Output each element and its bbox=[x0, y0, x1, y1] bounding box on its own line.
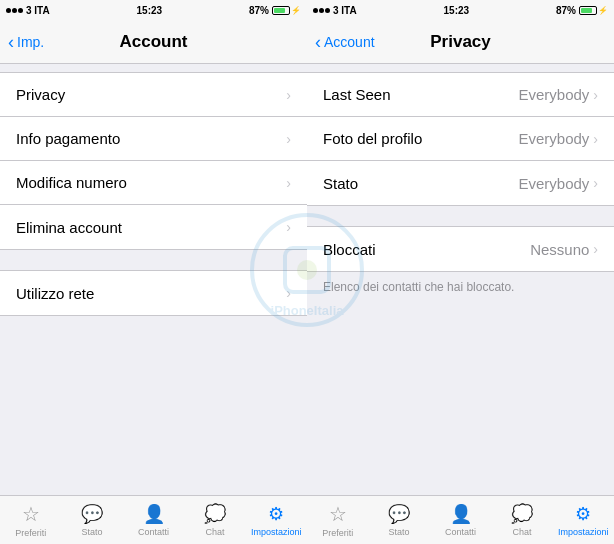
battery-body-right bbox=[579, 6, 597, 15]
tab-stato-label-left: Stato bbox=[82, 527, 103, 537]
signal-dot-2 bbox=[12, 8, 17, 13]
battery-indicator-right: ⚡ bbox=[579, 6, 608, 15]
tab-impostazioni-label-left: Impostazioni bbox=[251, 527, 302, 537]
signal-dot-1 bbox=[6, 8, 11, 13]
tab-contatti-label-left: Contatti bbox=[138, 527, 169, 537]
stato-label: Stato bbox=[323, 175, 358, 192]
bloccati-value: Nessuno bbox=[530, 241, 589, 258]
modifica-numero-chevron: › bbox=[286, 175, 291, 191]
bloccati-row[interactable]: Bloccati Nessuno › bbox=[307, 227, 614, 271]
status-left: 3 ITA bbox=[6, 5, 50, 16]
battery-percent: 87% bbox=[249, 5, 269, 16]
status-right-right: 87% ⚡ bbox=[556, 5, 608, 16]
tab-bar-left: ☆ Preferiti 💬 Stato 👤 Contatti 💭 Chat ⚙ … bbox=[0, 495, 307, 544]
modifica-numero-row[interactable]: Modifica numero › bbox=[0, 161, 307, 205]
info-pagamento-row-right: › bbox=[286, 131, 291, 147]
status-bar-right: 3 ITA 15:23 87% ⚡ bbox=[307, 0, 614, 20]
last-seen-label: Last Seen bbox=[323, 86, 391, 103]
status-right: 87% ⚡ bbox=[249, 5, 301, 16]
tab-impostazioni-icon-right: ⚙ bbox=[575, 503, 591, 525]
stato-value: Everybody bbox=[518, 175, 589, 192]
blocked-info-text: Elenco dei contatti che hai bloccato. bbox=[307, 272, 614, 302]
status-bar-left: 3 ITA 15:23 87% ⚡ bbox=[0, 0, 307, 20]
tab-stato-icon-left: 💬 bbox=[81, 503, 103, 525]
charging-icon: ⚡ bbox=[291, 6, 301, 15]
privacy-row-right: › bbox=[286, 87, 291, 103]
carrier-label: 3 ITA bbox=[26, 5, 50, 16]
nav-title-account: Account bbox=[120, 32, 188, 52]
privacy-row[interactable]: Privacy › bbox=[0, 73, 307, 117]
tab-contatti-right[interactable]: 👤 Contatti bbox=[430, 503, 491, 537]
stato-chevron: › bbox=[593, 175, 598, 191]
tab-impostazioni-icon-left: ⚙ bbox=[268, 503, 284, 525]
tab-chat-right[interactable]: 💭 Chat bbox=[491, 503, 552, 537]
info-pagamento-chevron: › bbox=[286, 131, 291, 147]
privacy-panel: 3 ITA 15:23 87% ⚡ ‹ Account Privacy Last… bbox=[307, 0, 614, 544]
elimina-account-row[interactable]: Elimina account › bbox=[0, 205, 307, 249]
tab-contatti-label-right: Contatti bbox=[445, 527, 476, 537]
back-label-privacy: Account bbox=[324, 34, 375, 50]
battery-fill bbox=[274, 8, 285, 13]
privacy-label: Privacy bbox=[16, 86, 65, 103]
back-button-privacy[interactable]: ‹ Account bbox=[315, 33, 375, 51]
tab-preferiti-icon-left: ☆ bbox=[22, 502, 40, 526]
tab-chat-icon-left: 💭 bbox=[204, 503, 226, 525]
tab-chat-label-right: Chat bbox=[512, 527, 531, 537]
last-seen-chevron: › bbox=[593, 87, 598, 103]
tab-impostazioni-right[interactable]: ⚙ Impostazioni bbox=[553, 503, 614, 537]
foto-profilo-value: Everybody bbox=[518, 130, 589, 147]
account-section-1: Privacy › Info pagamento › Modifica nume… bbox=[0, 72, 307, 250]
tab-stato-icon-right: 💬 bbox=[388, 503, 410, 525]
account-panel: 3 ITA 15:23 87% ⚡ ‹ Imp. Account Privacy bbox=[0, 0, 307, 544]
tab-preferiti-left[interactable]: ☆ Preferiti bbox=[0, 502, 61, 538]
back-chevron-icon: ‹ bbox=[8, 33, 14, 51]
privacy-section-1: Last Seen Everybody › Foto del profilo E… bbox=[307, 72, 614, 206]
nav-bar-account: ‹ Imp. Account bbox=[0, 20, 307, 64]
status-left-right: 3 ITA bbox=[313, 5, 357, 16]
back-chevron-icon-privacy: ‹ bbox=[315, 33, 321, 51]
foto-profilo-label: Foto del profilo bbox=[323, 130, 422, 147]
tab-bar-right: ☆ Preferiti 💬 Stato 👤 Contatti 💭 Chat ⚙ … bbox=[307, 495, 614, 544]
blocked-info-label: Elenco dei contatti che hai bloccato. bbox=[323, 280, 514, 294]
stato-row-right: Everybody › bbox=[518, 175, 598, 192]
tab-impostazioni-label-right: Impostazioni bbox=[558, 527, 609, 537]
charging-icon-right: ⚡ bbox=[598, 6, 608, 15]
tab-stato-right[interactable]: 💬 Stato bbox=[368, 503, 429, 537]
back-button-account[interactable]: ‹ Imp. bbox=[8, 33, 44, 51]
tab-chat-label-left: Chat bbox=[205, 527, 224, 537]
tab-preferiti-label-left: Preferiti bbox=[15, 528, 46, 538]
account-content: Privacy › Info pagamento › Modifica nume… bbox=[0, 64, 307, 495]
foto-profilo-row[interactable]: Foto del profilo Everybody › bbox=[307, 117, 614, 161]
modifica-numero-row-right: › bbox=[286, 175, 291, 191]
tab-preferiti-label-right: Preferiti bbox=[322, 528, 353, 538]
utilizzo-rete-label: Utilizzo rete bbox=[16, 285, 94, 302]
stato-row[interactable]: Stato Everybody › bbox=[307, 161, 614, 205]
privacy-content: Last Seen Everybody › Foto del profilo E… bbox=[307, 64, 614, 495]
info-pagamento-label: Info pagamento bbox=[16, 130, 120, 147]
last-seen-row[interactable]: Last Seen Everybody › bbox=[307, 73, 614, 117]
battery-fill-right bbox=[581, 8, 592, 13]
tab-contatti-icon-left: 👤 bbox=[143, 503, 165, 525]
info-pagamento-row[interactable]: Info pagamento › bbox=[0, 117, 307, 161]
battery-body bbox=[272, 6, 290, 15]
nav-title-privacy: Privacy bbox=[430, 32, 491, 52]
tab-impostazioni-left[interactable]: ⚙ Impostazioni bbox=[246, 503, 307, 537]
tab-preferiti-right[interactable]: ☆ Preferiti bbox=[307, 502, 368, 538]
tab-contatti-icon-right: 👤 bbox=[450, 503, 472, 525]
foto-profilo-chevron: › bbox=[593, 131, 598, 147]
bloccati-chevron: › bbox=[593, 241, 598, 257]
tab-chat-left[interactable]: 💭 Chat bbox=[184, 503, 245, 537]
time-label: 15:23 bbox=[137, 5, 163, 16]
privacy-section-2: Bloccati Nessuno › bbox=[307, 226, 614, 272]
signal-dot-3 bbox=[18, 8, 23, 13]
utilizzo-rete-row[interactable]: Utilizzo rete › bbox=[0, 271, 307, 315]
battery-indicator: ⚡ bbox=[272, 6, 301, 15]
signal-dots bbox=[6, 8, 23, 13]
utilizzo-rete-chevron: › bbox=[286, 285, 291, 301]
tab-stato-left[interactable]: 💬 Stato bbox=[61, 503, 122, 537]
battery-percent-right: 87% bbox=[556, 5, 576, 16]
foto-profilo-row-right: Everybody › bbox=[518, 130, 598, 147]
elimina-account-row-right: › bbox=[286, 219, 291, 235]
tab-contatti-left[interactable]: 👤 Contatti bbox=[123, 503, 184, 537]
last-seen-row-right: Everybody › bbox=[518, 86, 598, 103]
